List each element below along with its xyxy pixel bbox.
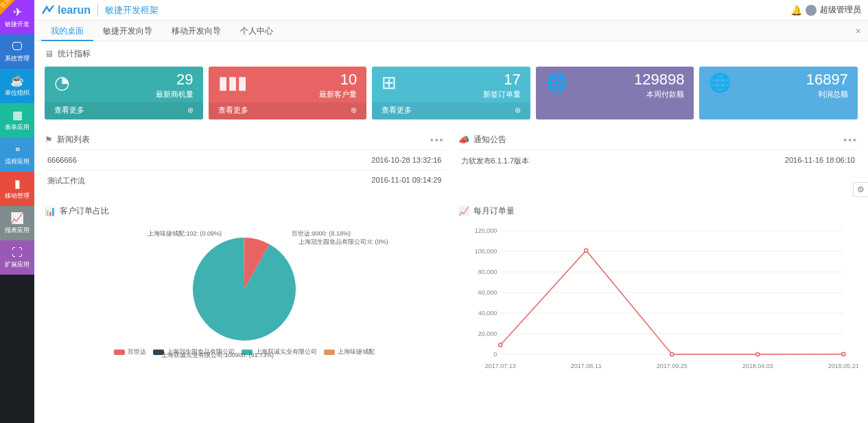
table-icon: ▦ (12, 108, 23, 122)
svg-point-22 (755, 353, 759, 356)
chart-icon: 📊 (45, 206, 56, 216)
svg-text:2018.05.21: 2018.05.21 (828, 363, 858, 369)
sidebar-item-report[interactable]: 📈 报表应用 (0, 206, 34, 240)
tab-dev-guide[interactable]: 敏捷开发向导 (93, 21, 162, 41)
header: learun 敏捷开发框架 🔔 超级管理员 (34, 0, 868, 21)
arrows-icon: ⛶ (12, 247, 23, 259)
card-payment[interactable]: 🌐 129898本周付款额 (536, 67, 694, 119)
sidebar-item-system[interactable]: 🖵 系统管理 (0, 34, 34, 69)
card-opportunities[interactable]: ◔ 29最新商机量 查看更多⊕ (45, 67, 203, 119)
svg-text:2017.08.11: 2017.08.11 (570, 363, 601, 369)
svg-text:0: 0 (493, 351, 497, 358)
pie-chart: 上海味捷城配:102: (0.09%) 百世达:9000: (8.18%) 上海… (45, 224, 445, 382)
sidebar-item-ext[interactable]: ⛶ 扩展应用 (0, 240, 34, 275)
tabs-close-icon[interactable]: × (856, 25, 861, 36)
svg-text:2018.04.03: 2018.04.03 (742, 363, 773, 369)
arrow-circle-icon: ⊕ (187, 106, 193, 115)
pie-chart-panel: 📊客户订单占比 上海味捷城配:102: (0.09%) 百世达:9000: (8… (45, 205, 445, 382)
list-item[interactable]: 力软发布6.1.1.7版本2016-11-16 18:06:10 (458, 150, 858, 172)
content: 🖥 统计指标 ◔ 29最新商机量 查看更多⊕ ▮▮▮ 10最新客户量 查看更多⊕… (34, 41, 868, 389)
tab-desktop[interactable]: 我的桌面 (41, 21, 93, 41)
sidebar-item-form[interactable]: ▦ 表单应用 (0, 103, 34, 137)
windows-icon: ⊞ (382, 72, 397, 93)
arrow-circle-icon: ⊕ (351, 106, 357, 115)
flag-icon: ⚑ (45, 135, 53, 145)
svg-text:120,000: 120,000 (474, 227, 497, 234)
avatar[interactable] (806, 5, 817, 16)
svg-text:40,000: 40,000 (478, 310, 497, 317)
chart-icon: 📈 (458, 206, 469, 216)
logo-text: learun (58, 4, 91, 16)
news-panel: ⚑新闻列表 ••• 66666662016-10-28 13:32:16 测试工… (45, 130, 445, 192)
news-more-button[interactable]: ••• (430, 135, 445, 146)
share-icon: ⚬ (13, 143, 22, 156)
line-chart: 020,00040,00060,00080,000100,000120,0002… (458, 224, 858, 382)
card-customers[interactable]: ▮▮▮ 10最新客户量 查看更多⊕ (209, 67, 367, 119)
list-item[interactable]: 66666662016-10-28 13:32:16 (45, 150, 445, 170)
notices-more-button[interactable]: ••• (843, 135, 858, 146)
logo-subtitle: 敏捷开发框架 (97, 4, 159, 16)
tab-mobile-guide[interactable]: 移动开发向导 (162, 21, 231, 41)
svg-text:60,000: 60,000 (478, 289, 497, 296)
coffee-icon: ☕ (10, 74, 24, 87)
sidebar-item-org[interactable]: ☕ 单位组织 (0, 69, 34, 103)
svg-text:2017.09.25: 2017.09.25 (656, 363, 687, 369)
dashboard-icon: 🖥 (45, 49, 54, 59)
user-name[interactable]: 超级管理员 (820, 4, 861, 16)
sidebar: 官方 ✈ 敏捷开发 🖵 系统管理 ☕ 单位组织 ▦ 表单应用 ⚬ 流程应用 ▮ … (0, 0, 34, 389)
stats-title: 🖥 统计指标 (45, 48, 858, 60)
arrow-circle-icon: ⊕ (515, 106, 521, 115)
monitor-icon: 🖵 (12, 41, 23, 53)
sidebar-item-mobile[interactable]: ▮ 移动管理 (0, 172, 34, 206)
svg-text:20,000: 20,000 (478, 330, 497, 337)
sidebar-item-flow[interactable]: ⚬ 流程应用 (0, 137, 34, 172)
notices-panel: 📣通知公告 ••• 力软发布6.1.1.7版本2016-11-16 18:06:… (458, 130, 858, 192)
stat-cards-row: ◔ 29最新商机量 查看更多⊕ ▮▮▮ 10最新客户量 查看更多⊕ ⊞ 17新签… (45, 67, 858, 119)
area-chart-icon: 📈 (10, 212, 24, 225)
card-orders[interactable]: ⊞ 17新签订单量 查看更多⊕ (372, 67, 530, 119)
svg-point-20 (584, 249, 587, 252)
svg-point-21 (670, 353, 673, 356)
list-item[interactable]: 测试工作流2016-11-01 09:14:29 (45, 170, 445, 192)
tabs-bar: 我的桌面 敏捷开发向导 移动开发向导 个人中心 × (34, 21, 868, 41)
pie-chart-icon: ◔ (54, 72, 70, 93)
svg-point-19 (498, 343, 502, 347)
tablet-icon: ▮ (14, 177, 21, 190)
svg-text:100,000: 100,000 (474, 248, 497, 255)
svg-point-23 (841, 352, 845, 356)
globe-icon: 🌐 (709, 72, 731, 93)
line-chart-panel: 📈每月订单量 020,00040,00060,00080,000100,0001… (458, 205, 858, 382)
card-profit[interactable]: 🌐 16897利润总额 (699, 67, 858, 119)
tab-personal[interactable]: 个人中心 (231, 21, 283, 41)
globe-icon: 🌐 (546, 72, 567, 93)
bar-chart-icon: ▮▮▮ (218, 72, 247, 93)
svg-text:80,000: 80,000 (478, 268, 497, 275)
bullhorn-icon: 📣 (458, 135, 469, 145)
settings-gear-button[interactable]: ⚙ (853, 182, 868, 197)
logo-icon (41, 5, 55, 15)
bell-icon[interactable]: 🔔 (790, 5, 802, 16)
svg-text:2017.07.13: 2017.07.13 (484, 363, 515, 369)
